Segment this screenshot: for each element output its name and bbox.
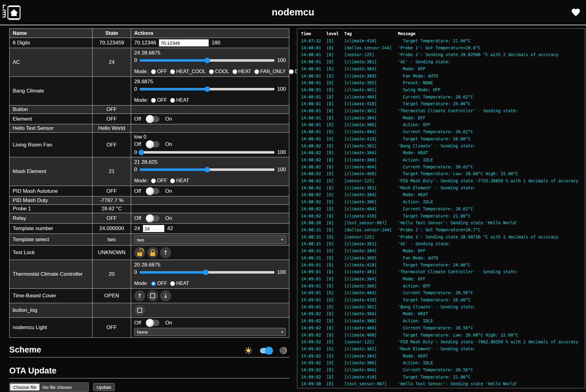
log-time: 14:09:02: [301, 317, 326, 324]
mode-option[interactable]: HEAT: [170, 97, 189, 103]
slider-thumb[interactable]: [203, 270, 208, 275]
log-level: [D]: [326, 205, 344, 213]
number-input[interactable]: [159, 39, 209, 47]
toggle: OffOn: [134, 214, 286, 222]
slider-track[interactable]: [140, 167, 274, 173]
sun-icon[interactable]: [244, 346, 253, 355]
log-row: 14:08:01[D][climate:401] Swing Mode: OFF: [301, 86, 585, 93]
log-tag: [dallas.sensor:144]: [344, 226, 398, 233]
slider-track[interactable]: [140, 149, 274, 155]
radio-heat_cool-icon[interactable]: [170, 69, 175, 74]
radio-off-icon[interactable]: [151, 179, 156, 183]
entity-actions: 21 28.6250100Mode:OFFHEAT: [131, 157, 289, 186]
log-panel[interactable]: Time level Tag Message 14:07:32[D][clima…: [297, 28, 585, 388]
arrow-up-button[interactable]: ↑: [134, 290, 145, 301]
mode-option[interactable]: OFF: [151, 69, 167, 74]
lock-button[interactable]: [147, 247, 158, 258]
log-message: 'Mash Element' - Sending state:: [398, 184, 585, 192]
entity-row: Mash Element2121 28.6250100Mode:OFFHEAT: [10, 157, 289, 186]
stop-button[interactable]: [147, 290, 158, 301]
slider-track[interactable]: [140, 86, 274, 92]
radio-heat-icon[interactable]: [233, 69, 237, 74]
mode-option[interactable]: HEAT_COOL: [170, 69, 206, 74]
toggle-switch[interactable]: [146, 188, 159, 194]
number-suffix: 180: [212, 40, 220, 46]
slider-track[interactable]: [140, 57, 274, 64]
mode-option[interactable]: HEAT: [170, 178, 189, 184]
mode-option[interactable]: OFF: [151, 178, 167, 184]
slider-thumb[interactable]: [204, 86, 210, 92]
radio-fan_only-icon[interactable]: [254, 69, 259, 74]
moon-icon[interactable]: [279, 346, 287, 355]
log-time: 14:09:02: [301, 373, 326, 381]
number-input[interactable]: [143, 225, 164, 232]
entity-actions: two▾: [131, 234, 289, 246]
radio-heat-icon[interactable]: [170, 281, 175, 286]
log-time: 14:09:01: [301, 268, 326, 275]
unlock-button[interactable]: [134, 247, 145, 258]
log-row: 14:08:01[D][climate:384] Mode: OFF: [301, 65, 585, 72]
toggle-switch[interactable]: [146, 141, 159, 147]
entity-name: Probe 1: [10, 205, 93, 213]
file-chosen-text: No file chosen: [40, 385, 74, 390]
log-tag: [climate:408]: [344, 170, 398, 177]
slider-max-label: 100: [277, 57, 286, 64]
log-row: 14:09:01[D][climate:384] Mode: OFF: [301, 275, 585, 283]
log-tag: [climate:381]: [344, 268, 398, 275]
toggle-off-label: Off: [134, 320, 141, 326]
toggle-switch[interactable]: [146, 116, 159, 122]
slider-thumb[interactable]: [138, 150, 144, 155]
slider: 0100: [134, 268, 286, 276]
toggle-switch[interactable]: [146, 215, 159, 221]
entity-actions: [131, 205, 289, 213]
arrow-up-icon: ↑: [137, 293, 142, 299]
choose-file-button[interactable]: Choose file: [10, 384, 39, 390]
radio-cool-icon[interactable]: [209, 69, 214, 74]
mode-option[interactable]: HEAT: [233, 69, 251, 74]
entity-name: Test Lock: [10, 246, 93, 260]
scheme-toggle[interactable]: [260, 348, 272, 353]
mode-option[interactable]: OFF: [151, 97, 167, 103]
slider-track[interactable]: [140, 269, 274, 275]
update-button[interactable]: Update: [93, 383, 115, 391]
log-level: [D]: [326, 247, 344, 254]
log-tag: [climate:410]: [344, 373, 398, 381]
radio-off-icon[interactable]: [151, 98, 156, 103]
arrow-down-button[interactable]: ↓: [160, 290, 171, 301]
entity-row: Time-Based CoverOPEN↑↓: [10, 289, 289, 303]
entity-name: Relay: [10, 213, 93, 224]
select[interactable]: two▾: [134, 236, 286, 244]
stop-button[interactable]: [134, 305, 145, 316]
log-row: 14:08:31[D][climate:381]'AC' - Sending s…: [301, 240, 585, 247]
slider-thumb[interactable]: [204, 58, 210, 63]
radio-heat-icon[interactable]: [170, 179, 175, 183]
mode-option[interactable]: COOL: [209, 69, 229, 74]
log-message: Current Temperature: 28.62°C: [398, 163, 585, 171]
log-level: [D]: [326, 156, 344, 163]
log-time: 14:08:31: [301, 247, 326, 254]
log-message: 'AC' - Sending state:: [398, 240, 585, 247]
log-time: 14:08:01: [301, 72, 326, 80]
log-time: 14:08:02: [301, 191, 326, 198]
esphome-logo: [2, 2, 23, 23]
radio-off-icon[interactable]: [151, 69, 156, 74]
mode-label: Mode:: [134, 281, 148, 286]
mode-option[interactable]: FAN_ONLY: [254, 69, 286, 74]
log-level: [D]: [326, 198, 344, 205]
mode-option[interactable]: OFF: [151, 281, 167, 286]
radio-heat-icon[interactable]: [170, 98, 175, 103]
log-row: 14:09:01[D][climate:410] Target Temperat…: [301, 296, 585, 303]
toggle-switch[interactable]: [146, 320, 159, 326]
mode-option[interactable]: HEAT: [170, 281, 189, 286]
log-row: 14:09:02[D][climate:384] Mode: HEAT: [301, 353, 585, 360]
radio-off-icon[interactable]: [151, 281, 156, 286]
log-message: Mode: HEAT: [398, 149, 585, 156]
radio-dry-icon[interactable]: [289, 69, 294, 74]
slider-thumb[interactable]: [204, 167, 210, 172]
log-message: Action: OFF: [398, 121, 585, 128]
select[interactable]: None▾: [134, 328, 286, 336]
log-row: 14:08:02[D][climate:384] Mode: HEAT: [301, 191, 585, 198]
log-tag: [climate:384]: [344, 275, 398, 283]
arrow-up-button[interactable]: ↑: [160, 247, 171, 258]
file-input[interactable]: Choose file No file chosen: [9, 382, 89, 392]
